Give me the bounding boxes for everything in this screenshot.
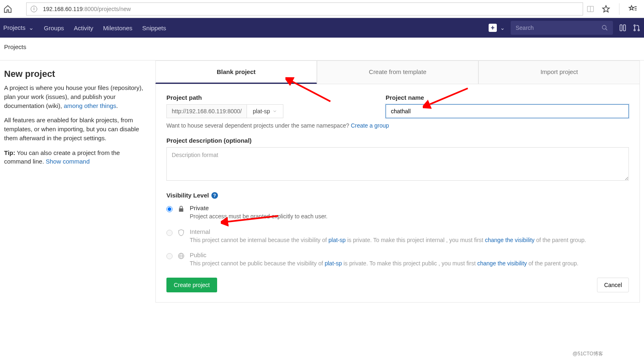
visibility-public-desc: This project cannot be public because th… — [190, 260, 579, 268]
nav-milestones[interactable]: Milestones — [103, 25, 132, 31]
project-name-input[interactable] — [386, 104, 629, 118]
nav-activity[interactable]: Activity — [74, 25, 94, 31]
search-box[interactable] — [511, 21, 613, 35]
page-title: New project — [4, 69, 146, 79]
chevron-down-icon: ⌄ — [29, 24, 34, 31]
namespace-hint: Want to house several dependent projects… — [166, 122, 629, 129]
visibility-private-row: Private Project access must be granted e… — [166, 204, 629, 221]
svg-rect-10 — [624, 25, 626, 31]
info-icon: i — [31, 6, 37, 12]
svg-line-8 — [606, 29, 607, 30]
star-menu-icon[interactable] — [628, 5, 637, 13]
url-text: 192.168.60.119:8000/projects/new — [43, 6, 131, 12]
visibility-private-radio[interactable] — [166, 206, 173, 212]
public-ns-link[interactable]: plat-sp — [325, 260, 342, 267]
namespace-select[interactable]: plat-sp — [247, 104, 283, 118]
visibility-internal-title: Internal — [190, 228, 586, 235]
project-description-input[interactable] — [166, 147, 629, 181]
plus-icon: + — [489, 24, 497, 32]
project-description-label: Project description (optional) — [166, 137, 629, 144]
visibility-public-row: Public This project cannot be public bec… — [166, 251, 629, 268]
among-other-things-link[interactable]: among other things — [64, 102, 116, 109]
help-icon[interactable]: ? — [211, 192, 218, 199]
internal-change-visibility-link[interactable]: change the visibility — [485, 237, 534, 243]
svg-point-11 — [634, 25, 635, 26]
tab-import-project[interactable]: Import project — [478, 61, 640, 84]
project-name-label: Project name — [386, 94, 629, 101]
chevron-down-icon — [272, 109, 277, 114]
visibility-private-desc: Project access must be granted explicitl… — [190, 213, 328, 221]
svg-point-12 — [634, 29, 635, 31]
lock-icon — [177, 205, 185, 213]
globe-icon — [177, 252, 185, 260]
merge-requests-icon[interactable] — [633, 24, 641, 32]
top-nav: Projects ⌄ Groups Activity Milestones Sn… — [0, 18, 644, 38]
left-column: New project A project is where you house… — [4, 61, 155, 303]
home-icon[interactable] — [3, 4, 12, 13]
visibility-public-title: Public — [190, 251, 579, 258]
path-prefix: http://192.168.60.119:8000/ — [166, 104, 247, 118]
visibility-private-title: Private — [190, 204, 328, 211]
search-input[interactable] — [516, 25, 601, 31]
reader-icon[interactable] — [586, 5, 595, 13]
browser-bar: i 192.168.60.119:8000/projects/new — [0, 0, 644, 18]
project-path-group: http://192.168.60.119:8000/ plat-sp — [166, 104, 371, 118]
nav-groups[interactable]: Groups — [44, 25, 64, 31]
nav-projects[interactable]: Projects ⌄ — [3, 24, 34, 31]
tabs: Blank project Create from template Impor… — [155, 61, 640, 84]
shield-icon — [177, 229, 185, 236]
nav-snippets[interactable]: Snippets — [142, 25, 166, 31]
visibility-level-label: Visibility Level ? — [166, 192, 629, 199]
svg-marker-3 — [629, 5, 634, 10]
show-command-link[interactable]: Show command — [46, 158, 90, 165]
star-icon[interactable] — [602, 5, 610, 13]
project-path-label: Project path — [166, 94, 371, 101]
tab-create-from-template[interactable]: Create from template — [317, 61, 478, 84]
create-project-button[interactable]: Create project — [166, 278, 217, 292]
public-change-visibility-link[interactable]: change the visibility — [477, 260, 527, 267]
tab-blank-project[interactable]: Blank project — [155, 61, 317, 84]
internal-ns-link[interactable]: plat-sp — [328, 237, 346, 243]
visibility-public-radio[interactable] — [166, 253, 173, 259]
visibility-internal-desc: This project cannot be internal because … — [190, 236, 586, 245]
right-column: Blank project Create from template Impor… — [155, 61, 640, 303]
visibility-internal-radio[interactable] — [166, 230, 173, 236]
chevron-down-icon: ⌄ — [500, 25, 505, 31]
new-dropdown[interactable]: + ⌄ — [489, 24, 505, 32]
cancel-button[interactable]: Cancel — [597, 278, 629, 292]
svg-point-7 — [602, 25, 606, 29]
svg-marker-2 — [603, 5, 610, 12]
svg-rect-9 — [620, 25, 622, 31]
namespace-value: plat-sp — [253, 108, 270, 114]
create-group-link[interactable]: Create a group — [351, 122, 389, 129]
search-icon — [601, 25, 608, 31]
intro-paragraph: A project is where you house your files … — [4, 83, 146, 110]
url-bar[interactable]: i 192.168.60.119:8000/projects/new — [26, 2, 583, 16]
svg-point-13 — [638, 29, 639, 31]
form-area: Project path http://192.168.60.119:8000/… — [155, 84, 640, 303]
visibility-internal-row: Internal This project cannot be internal… — [166, 228, 629, 245]
tip-paragraph: Tip: You can also create a project from … — [4, 148, 146, 166]
breadcrumb[interactable]: Projects — [0, 38, 644, 56]
features-paragraph: All features are enabled for blank proje… — [4, 116, 146, 142]
issues-icon[interactable] — [619, 24, 627, 32]
